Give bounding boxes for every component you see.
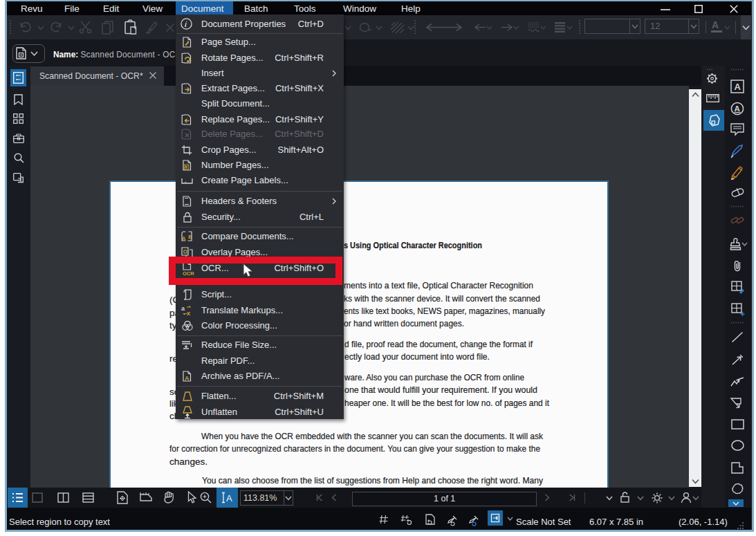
svg-text:B: B <box>188 234 192 240</box>
svg-text:A: A <box>182 235 186 242</box>
svg-text:A: A <box>735 82 741 92</box>
svg-text:a: a <box>181 305 185 312</box>
svg-text:A: A <box>226 493 232 503</box>
svg-text:x: x <box>187 310 190 317</box>
svg-text:A: A <box>735 104 740 113</box>
svg-text:A: A <box>185 375 190 382</box>
